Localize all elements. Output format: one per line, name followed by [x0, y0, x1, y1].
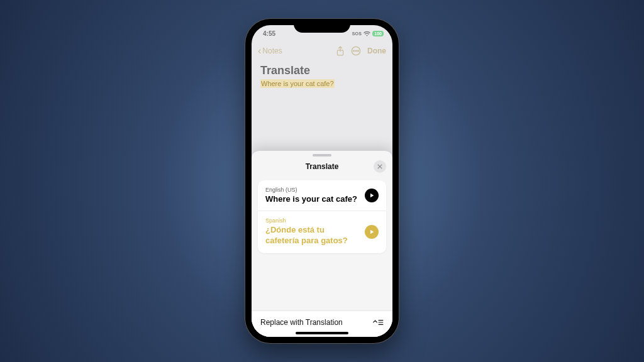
card-divider: [258, 211, 386, 211]
more-icon[interactable]: [351, 46, 361, 56]
source-block: English (US) Where is your cat cafe?: [265, 187, 379, 204]
replace-button[interactable]: Replace with Translation: [260, 318, 343, 327]
status-time: 4:55: [263, 30, 275, 37]
selected-text[interactable]: Where is your cat cafe?: [260, 79, 335, 88]
play-icon: [369, 192, 375, 199]
translation-card: English (US) Where is your cat cafe? Spa…: [258, 180, 386, 253]
svg-point-3: [355, 50, 357, 52]
target-block: Spanish ¿Dónde está tu cafetería para ga…: [265, 217, 379, 246]
screen: 4:55 SOS 100 ‹ Notes D: [252, 25, 392, 337]
sheet-title: Translate: [306, 162, 339, 171]
target-lang: Spanish: [265, 217, 360, 224]
translate-sheet: Translate English (US) Where is your cat…: [252, 151, 392, 337]
sos-label: SOS: [352, 31, 362, 36]
play-target-button[interactable]: [365, 225, 379, 239]
status-right: SOS 100: [352, 31, 384, 36]
notch: [294, 19, 350, 33]
source-text: English (US) Where is your cat cafe?: [265, 187, 357, 204]
source-phrase: Where is your cat cafe?: [265, 194, 357, 204]
back-button[interactable]: ‹ Notes: [258, 46, 336, 56]
back-label: Notes: [262, 47, 282, 55]
iphone-frame: 4:55 SOS 100 ‹ Notes D: [245, 19, 399, 343]
sheet-header: Translate: [252, 158, 392, 175]
chevron-left-icon: ‹: [258, 46, 261, 56]
home-indicator[interactable]: [296, 332, 348, 334]
target-text: Spanish ¿Dónde está tu cafetería para ga…: [265, 217, 360, 246]
wifi-icon: [364, 31, 370, 36]
done-button[interactable]: Done: [367, 47, 386, 55]
nav-actions: Done: [336, 46, 386, 56]
share-icon[interactable]: [336, 46, 345, 56]
close-icon: [377, 163, 383, 170]
play-icon: [369, 229, 375, 235]
language-list-icon[interactable]: [372, 318, 384, 327]
play-source-button[interactable]: [365, 189, 379, 202]
sheet-grabber[interactable]: [313, 154, 331, 156]
svg-point-4: [358, 50, 359, 52]
battery-badge: 100: [372, 31, 384, 36]
note-title: Translate: [260, 64, 384, 77]
svg-point-2: [353, 50, 355, 52]
close-button[interactable]: [374, 160, 386, 173]
nav-bar: ‹ Notes Done: [252, 41, 392, 60]
target-phrase: ¿Dónde está tu cafetería para gatos?: [265, 225, 360, 246]
source-lang: English (US): [265, 187, 357, 193]
